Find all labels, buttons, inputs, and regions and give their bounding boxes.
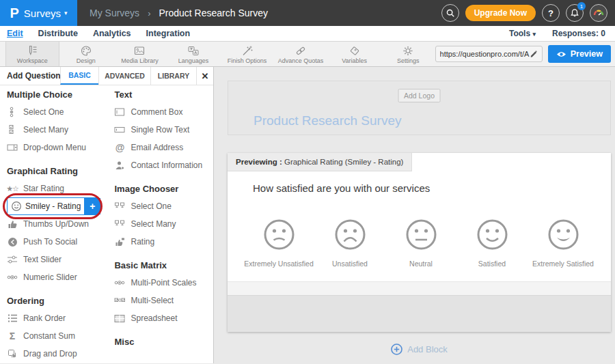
preview-button[interactable]: Preview bbox=[548, 45, 611, 63]
questionpro-logo-icon: P bbox=[10, 6, 18, 20]
survey-canvas: Add Logo Product Research Survey Preview… bbox=[214, 67, 615, 363]
edit-pencil-icon[interactable] bbox=[530, 50, 538, 58]
smiley-options: Extremely Unsatisfied Unsatisfied Neutra… bbox=[228, 219, 611, 268]
qtype-smiley-rating[interactable]: Smiley - Rating + bbox=[7, 197, 114, 215]
breadcrumb[interactable]: My Surveys bbox=[90, 8, 139, 18]
add-smiley-rating-button[interactable]: + bbox=[84, 198, 100, 214]
qtype-spreadsheet[interactable]: Spreadsheet bbox=[114, 309, 213, 327]
add-block-button[interactable]: Add Block bbox=[228, 344, 611, 355]
magic-wand-icon bbox=[241, 45, 254, 57]
numeric-slider-icon bbox=[7, 272, 18, 283]
qtype-constant-sum[interactable]: Σ Constant Sum bbox=[7, 327, 114, 345]
app-logo[interactable]: P Surveys ▾ bbox=[0, 0, 77, 26]
survey-title[interactable]: Product Research Survey bbox=[254, 113, 402, 128]
image-icon bbox=[133, 45, 146, 57]
section-basic-matrix: Basic Matrix bbox=[114, 260, 213, 271]
qtype-image-rating[interactable]: Rating bbox=[114, 233, 213, 251]
qtype-drag-and-drop[interactable]: Drag and Drop bbox=[7, 345, 114, 363]
smiley-extremely-unsatisfied-icon bbox=[263, 219, 295, 251]
stars-icon: ★☆ bbox=[7, 183, 18, 194]
smiley-option-2[interactable]: Unsatisfied bbox=[314, 219, 385, 268]
avatar[interactable] bbox=[590, 4, 607, 22]
smiley-option-3[interactable]: Neutral bbox=[385, 219, 456, 268]
qtype-select-one[interactable]: Select One bbox=[7, 103, 114, 121]
tab-integration[interactable]: Integration bbox=[146, 29, 191, 38]
gear-icon bbox=[402, 45, 414, 57]
upgrade-now-button[interactable]: Upgrade Now bbox=[465, 5, 536, 21]
dropdown-icon bbox=[7, 142, 18, 153]
chevron-down-icon: ▾ bbox=[532, 31, 536, 38]
qtype-text-slider[interactable]: Text Slider bbox=[7, 251, 114, 268]
top-bar: P Surveys ▾ My Surveys › Product Researc… bbox=[0, 0, 615, 26]
help-button[interactable]: ? bbox=[542, 4, 560, 22]
tab-library[interactable]: LIBRARY bbox=[150, 67, 196, 85]
toolbar-media-library[interactable]: Media Library bbox=[113, 42, 167, 66]
qtype-image-select-many[interactable]: Select Many bbox=[114, 215, 213, 233]
plus-circle-icon bbox=[391, 344, 402, 355]
search-icon bbox=[446, 8, 455, 18]
notifications-button[interactable]: 1 bbox=[566, 4, 584, 22]
section-graphical-rating: Graphical Rating bbox=[7, 166, 114, 177]
qtype-email-address[interactable]: @ Email Address bbox=[114, 139, 213, 156]
tab-basic[interactable]: BASIC bbox=[60, 67, 98, 85]
tab-edit[interactable]: Edit bbox=[7, 29, 23, 38]
qtype-single-row-text[interactable]: Single Row Text bbox=[114, 121, 213, 139]
smiley-option-5[interactable]: Extremely Satisfied bbox=[528, 219, 599, 268]
tab-advanced[interactable]: ADVANCED bbox=[98, 67, 150, 85]
toolbar-advance-quotas[interactable]: Advance Quotas bbox=[274, 42, 328, 66]
qtype-rank-order[interactable]: Rank Order bbox=[7, 309, 114, 327]
slider-icon bbox=[7, 254, 18, 265]
previewing-label: Previewing : Graphical Rating (Smiley - … bbox=[228, 153, 412, 171]
qtype-comment-box[interactable]: Comment Box bbox=[114, 103, 213, 121]
toolbar-settings[interactable]: Settings bbox=[381, 42, 435, 66]
radio-list-icon bbox=[7, 107, 18, 117]
qtype-thumbs-up-down[interactable]: Thumbs Up/Down bbox=[7, 215, 114, 233]
at-sign-icon: @ bbox=[114, 142, 125, 153]
chain-link-icon bbox=[295, 45, 307, 57]
toolbar-variables[interactable]: Variables bbox=[327, 42, 381, 66]
workspace-icon bbox=[26, 45, 38, 57]
tab-distribute[interactable]: Distribute bbox=[38, 29, 78, 38]
drag-drop-icon bbox=[7, 348, 18, 359]
bell-icon bbox=[570, 8, 579, 18]
notification-badge: 1 bbox=[577, 2, 586, 10]
search-button[interactable] bbox=[441, 4, 459, 22]
checkbox-list-icon bbox=[7, 124, 18, 135]
responses-count[interactable]: Responses: 0 bbox=[552, 29, 605, 38]
breadcrumb-separator: › bbox=[148, 8, 150, 18]
smiley-option-4[interactable]: Satisfied bbox=[456, 219, 528, 268]
image-choice-icon bbox=[114, 201, 125, 212]
survey-url-field[interactable]: https://questionpro.com/t/A bbox=[435, 46, 543, 62]
survey-toolbar: Workspace Design Media Library Languages… bbox=[0, 42, 615, 67]
toolbar-finish-options[interactable]: Finish Options bbox=[220, 42, 274, 66]
toolbar-design[interactable]: Design bbox=[59, 42, 113, 66]
tab-analytics[interactable]: Analytics bbox=[93, 29, 131, 38]
add-logo-button[interactable]: Add Logo bbox=[398, 89, 441, 102]
thumb-icon bbox=[7, 219, 18, 229]
qtype-dropdown-menu[interactable]: Drop-down Menu bbox=[7, 139, 114, 156]
section-multiple-choice: Multiple Choice bbox=[7, 89, 114, 100]
tools-menu[interactable]: Tools ▾ bbox=[509, 29, 536, 38]
toolbar-languages[interactable]: Languages bbox=[167, 42, 221, 66]
qtype-contact-information[interactable]: Contact Information bbox=[114, 156, 213, 174]
qtype-select-many[interactable]: Select Many bbox=[7, 121, 114, 139]
section-text: Text bbox=[114, 89, 213, 100]
qtype-multi-select[interactable]: Multi-Select bbox=[114, 292, 213, 309]
spreadsheet-icon bbox=[114, 313, 125, 324]
qtype-image-select-one[interactable]: Select One bbox=[114, 197, 213, 215]
comment-box-icon bbox=[114, 107, 125, 117]
close-panel-button[interactable]: ✕ bbox=[196, 67, 213, 85]
qtype-push-to-social[interactable]: Push To Social bbox=[7, 233, 114, 251]
page-title: Product Research Survey bbox=[159, 8, 268, 18]
section-ordering: Ordering bbox=[7, 296, 114, 307]
smiley-option-1[interactable]: Extremely Unsatisfied bbox=[243, 219, 314, 268]
qtype-numeric-slider[interactable]: Numeric Slider bbox=[7, 268, 114, 286]
question-text[interactable]: How satisfied are you with our services bbox=[228, 171, 611, 194]
block-footer-strip bbox=[228, 281, 611, 295]
qtype-star-rating[interactable]: ★☆ Star Rating bbox=[7, 180, 114, 197]
qtype-multi-point-scales[interactable]: Multi-Point Scales bbox=[114, 274, 213, 292]
translate-icon bbox=[187, 45, 200, 57]
sigma-icon: Σ bbox=[7, 331, 18, 341]
survey-header-block[interactable]: Add Logo Product Research Survey bbox=[228, 81, 611, 135]
toolbar-workspace[interactable]: Workspace bbox=[5, 42, 59, 66]
